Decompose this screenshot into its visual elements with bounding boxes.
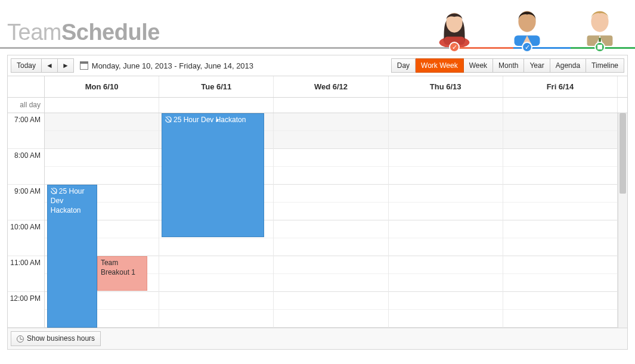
logo-bold: Schedule [61, 20, 160, 45]
time-cell[interactable] [389, 256, 503, 274]
time-cell[interactable] [274, 292, 388, 310]
time-cell[interactable] [503, 220, 617, 238]
time-cell[interactable] [45, 167, 159, 185]
time-cell[interactable] [274, 167, 388, 185]
time-cell[interactable] [274, 238, 388, 256]
person-checkbox-2[interactable] [522, 42, 532, 52]
day-column[interactable] [274, 113, 388, 328]
time-cell[interactable] [503, 167, 617, 185]
time-cell[interactable] [389, 131, 503, 149]
person-avatar-2[interactable] [503, 0, 552, 47]
time-slot-label: 11:00 AM [8, 256, 44, 292]
time-cell[interactable] [503, 203, 617, 220]
time-cell[interactable] [159, 310, 273, 328]
time-cell[interactable] [274, 185, 388, 203]
nav-button-group: Today ◄ ► [11, 58, 74, 73]
view-button-agenda[interactable]: Agenda [550, 58, 586, 73]
time-cell[interactable] [389, 149, 503, 167]
person-checkbox-1[interactable] [449, 42, 460, 52]
today-button[interactable]: Today [11, 58, 42, 73]
day-header[interactable]: Wed 6/12 [274, 76, 388, 97]
time-cell[interactable] [45, 113, 159, 131]
app-logo: TeamSchedule [7, 21, 160, 43]
time-cell[interactable] [503, 131, 617, 149]
allday-cell[interactable] [274, 98, 388, 113]
time-cell[interactable] [45, 149, 159, 167]
calendar-event[interactable]: 25 Hour Dev Hackaton▴ [162, 113, 264, 237]
date-range-text: Monday, June 10, 2013 - Friday, June 14,… [92, 61, 253, 70]
time-cell[interactable] [159, 292, 273, 310]
time-cell[interactable] [274, 310, 388, 328]
recurring-icon [51, 188, 57, 194]
day-column[interactable] [503, 113, 618, 328]
view-button-work-week[interactable]: Work Week [416, 58, 464, 73]
day-column[interactable] [389, 113, 503, 328]
person-avatar-3[interactable] [575, 0, 624, 47]
day-header[interactable]: Fri 6/14 [503, 76, 618, 97]
person-checkbox-3[interactable] [594, 42, 605, 52]
scheduler-footer: Show business hours [8, 328, 627, 349]
vertical-scrollbar[interactable] [618, 113, 627, 328]
scheduler: Today ◄ ► Monday, June 10, 2013 - Friday… [7, 55, 628, 350]
time-cell[interactable] [503, 149, 617, 167]
time-cell[interactable] [159, 274, 273, 292]
time-cell[interactable] [274, 113, 388, 131]
person-avatar-1[interactable] [430, 0, 479, 47]
business-hours-button[interactable]: Show business hours [11, 331, 101, 346]
time-cell[interactable] [503, 310, 617, 328]
time-cell[interactable] [389, 185, 503, 203]
time-cell[interactable] [389, 310, 503, 328]
day-header[interactable]: Thu 6/13 [389, 76, 503, 97]
time-cell[interactable] [274, 256, 388, 274]
time-cell[interactable] [389, 238, 503, 256]
prev-button[interactable]: ◄ [42, 58, 58, 73]
time-cell[interactable] [274, 274, 388, 292]
time-cell[interactable] [45, 131, 159, 149]
time-cell[interactable] [274, 131, 388, 149]
day-header[interactable]: Tue 6/11 [159, 76, 274, 97]
view-button-month[interactable]: Month [493, 58, 524, 73]
allday-cell[interactable] [45, 98, 159, 113]
time-cell[interactable] [389, 292, 503, 310]
time-cell[interactable] [503, 274, 617, 292]
time-slot-label: 9:00 AM [8, 185, 44, 220]
time-cell[interactable] [389, 220, 503, 238]
app-header: TeamSchedule [0, 0, 635, 49]
time-cell[interactable] [503, 113, 617, 131]
time-cell[interactable] [159, 238, 273, 256]
time-cell[interactable] [389, 203, 503, 220]
header-scroll-spacer [618, 76, 627, 97]
next-button[interactable]: ► [58, 58, 74, 73]
time-cell[interactable] [503, 185, 617, 203]
time-cell[interactable] [503, 256, 617, 274]
allday-cell[interactable] [389, 98, 503, 113]
view-button-day[interactable]: Day [391, 58, 416, 73]
day-header[interactable]: Mon 6/10 [45, 76, 159, 97]
allday-cell[interactable] [159, 98, 274, 113]
time-cell[interactable] [274, 203, 388, 220]
allday-cell[interactable] [503, 98, 618, 113]
time-cell[interactable] [159, 256, 273, 274]
day-column[interactable]: 25 Hour Dev Hackaton▴ [159, 113, 274, 328]
avatar-male-1-icon [504, 1, 550, 47]
date-range-picker[interactable]: Monday, June 10, 2013 - Friday, June 14,… [80, 61, 253, 70]
scheduler-toolbar: Today ◄ ► Monday, June 10, 2013 - Friday… [8, 55, 627, 76]
avatar-female-icon [431, 1, 478, 47]
scrollbar-thumb[interactable] [619, 113, 626, 194]
time-cell[interactable] [503, 292, 617, 310]
time-cell[interactable] [274, 220, 388, 238]
view-button-timeline[interactable]: Timeline [586, 58, 624, 73]
time-cell[interactable] [274, 149, 388, 167]
view-button-week[interactable]: Week [464, 58, 493, 73]
time-cell[interactable] [503, 238, 617, 256]
people-selector [430, 0, 635, 47]
calendar-event[interactable]: Team Breakout 1 [97, 256, 147, 291]
time-cell[interactable] [389, 274, 503, 292]
day-column[interactable]: 25 Hour Dev HackatonTeam Breakout 1 [45, 113, 159, 328]
business-hours-label: Show business hours [27, 334, 95, 343]
time-slot-label: 8:00 AM [8, 149, 44, 185]
time-cell[interactable] [389, 113, 503, 131]
time-cell[interactable] [389, 167, 503, 185]
view-button-year[interactable]: Year [524, 58, 550, 73]
calendar-event[interactable]: 25 Hour Dev Hackaton [47, 185, 97, 328]
